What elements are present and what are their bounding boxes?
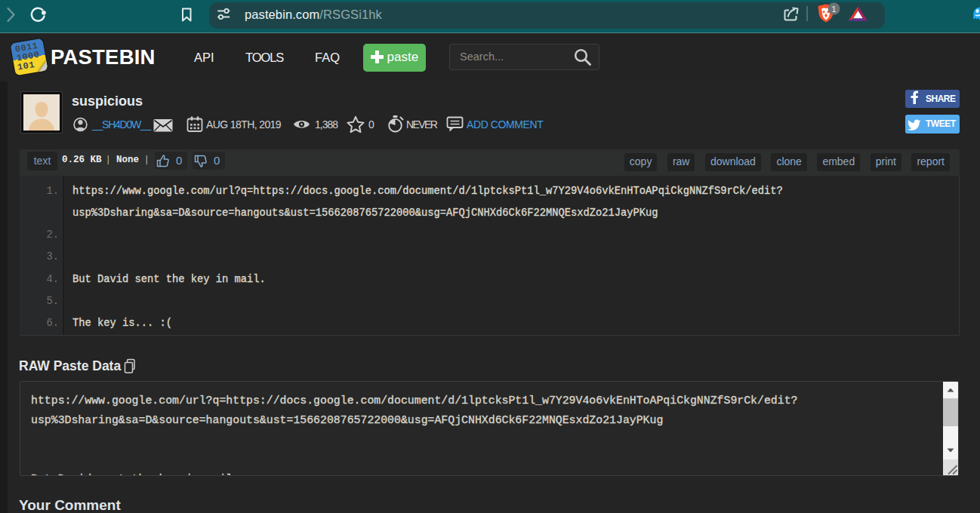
svg-text:1: 1 <box>831 5 836 14</box>
